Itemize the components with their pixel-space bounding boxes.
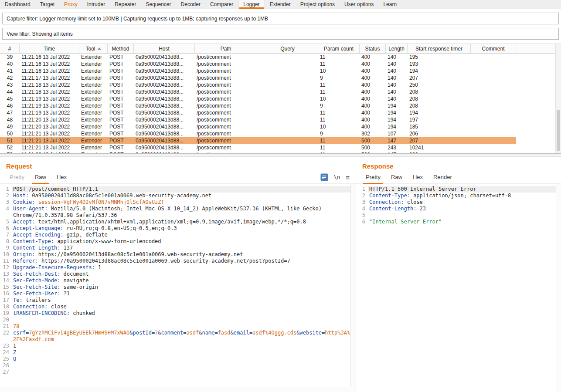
column-header-num[interactable]: #	[0, 44, 20, 53]
line-content[interactable]: 1	[12, 343, 350, 349]
response-vertical-scrollbar[interactable]	[556, 184, 561, 392]
table-row[interactable]: 5111:21:21 13 Jul 2022ExtenderPOST0a9500…	[0, 137, 516, 144]
column-header-param-count[interactable]: Param count	[318, 44, 360, 53]
code-line[interactable]: 2Host: 0a9500020413d88ac08c5c1e001a0069.…	[0, 193, 350, 199]
code-line[interactable]: 14Sec-Fetch-Mode: navigate	[0, 277, 350, 284]
word-wrap-icon[interactable]	[320, 173, 328, 181]
panel-menu-icon[interactable]: ≡	[346, 174, 350, 181]
line-content[interactable]: Host: 0a9500020413d88ac08c5c1e001a0069.w…	[12, 193, 350, 199]
line-content[interactable]: Sec-Fetch-Mode: navigate	[12, 277, 350, 284]
line-content[interactable]: Sec-Fetch-Site: same-origin	[12, 284, 350, 291]
code-line[interactable]: 9Content-Length: 137	[0, 245, 350, 251]
table-row[interactable]: 3911:21:16 13 Jul 2022ExtenderPOST0a9500…	[0, 54, 516, 61]
request-horizontal-scrollbar[interactable]	[0, 387, 356, 392]
table-row[interactable]: 4911:21:20 13 Jul 2022ExtenderPOST0a9500…	[0, 123, 516, 130]
menu-tab-target[interactable]: Target	[35, 0, 59, 9]
table-row[interactable]: 4111:21:16 13 Jul 2022ExtenderPOST0a9500…	[0, 68, 516, 74]
line-content[interactable]: Content-Type: application/x-www-form-url…	[12, 238, 350, 245]
table-vertical-scrollbar[interactable]	[555, 44, 561, 153]
line-content[interactable]: POST /post/comment HTTP/1.1	[12, 186, 350, 193]
menu-tab-extender[interactable]: Extender	[265, 0, 296, 9]
menu-tab-user-options[interactable]: User options	[340, 0, 378, 9]
table-row[interactable]: 5211:21:21 13 Jul 2022ExtenderPOST0a9500…	[0, 144, 516, 151]
code-line[interactable]: 24Z	[0, 349, 350, 356]
code-line[interactable]: 4User-Agent: Mozilla/5.0 (Macintosh; Int…	[0, 206, 350, 219]
code-line[interactable]: 231	[0, 343, 350, 349]
code-line[interactable]: 19tRANSFER-ENCODING: chunked	[0, 310, 350, 317]
line-content[interactable]: Q	[12, 356, 350, 362]
column-header-time[interactable]: Time	[20, 44, 79, 53]
menu-tab-decoder[interactable]: Decoder	[176, 0, 205, 9]
line-content[interactable]: Accept: text/html,application/xhtml+xml,…	[12, 219, 350, 225]
line-content[interactable]: Origin: https://0a9500020413d88ac08c5c1e…	[12, 251, 350, 258]
capture-filter-bar[interactable]: Capture filter: Logger memory limit set …	[2, 13, 559, 24]
menu-tab-proxy[interactable]: Proxy	[59, 0, 82, 9]
line-content[interactable]: Z	[12, 349, 350, 356]
request-vertical-scrollbar[interactable]	[350, 184, 356, 387]
request-tab-raw[interactable]: Raw	[30, 171, 51, 184]
column-header-status[interactable]: Status	[360, 44, 386, 53]
code-line[interactable]: 26	[0, 362, 350, 369]
response-tab-pretty[interactable]: Pretty	[360, 171, 386, 184]
line-content[interactable]: Sec-Fetch-Dest: document	[12, 271, 350, 277]
menu-tab-intruder[interactable]: Intruder	[82, 0, 110, 9]
code-line[interactable]: 22csrf=7gYzhMCiFvi4gBEyUEEk7HmHSHM7xWAO&…	[0, 330, 350, 343]
line-content[interactable]	[12, 362, 350, 369]
code-line[interactable]: 8Content-Type: application/x-www-form-ur…	[0, 238, 350, 245]
code-line[interactable]: 2178	[0, 323, 350, 330]
code-line[interactable]: 27	[0, 369, 350, 375]
scrollbar-thumb[interactable]	[557, 110, 560, 151]
menu-tab-sequencer[interactable]: Sequencer	[141, 0, 176, 9]
column-header-query[interactable]: Query	[257, 44, 318, 53]
code-line[interactable]: 3Cookie: session=VgFWy4D2vMfON7vMNMhjQlS…	[0, 199, 350, 206]
code-line[interactable]: 11Referer: https://0a9500020413d88ac08c5…	[0, 258, 350, 264]
line-content[interactable]: Sec-Fetch-User: ?1	[12, 291, 350, 297]
table-row[interactable]: 4311:21:18 13 Jul 2022ExtenderPOST0a9500…	[0, 81, 516, 88]
table-row[interactable]: 4811:21:20 13 Jul 2022ExtenderPOST0a9500…	[0, 116, 516, 123]
code-line[interactable]: 25Q	[0, 356, 350, 362]
table-row[interactable]: 4511:21:19 13 Jul 2022ExtenderPOST0a9500…	[0, 95, 516, 102]
table-row[interactable]: 4611:21:19 13 Jul 2022ExtenderPOST0a9500…	[0, 102, 516, 109]
line-content[interactable]	[12, 369, 350, 375]
view-filter-bar[interactable]: View filter: Showing all items	[2, 28, 559, 40]
response-tab-hex[interactable]: Hex	[408, 171, 428, 184]
line-content[interactable]: Content-Length: 137	[12, 245, 350, 251]
response-viewer[interactable]: 1HTTP/1.1 500 Internal Server Error2Cont…	[356, 184, 561, 392]
code-line[interactable]: 20	[0, 317, 350, 323]
column-header-comment[interactable]: Comment	[471, 44, 516, 53]
line-content[interactable]: csrf=7gYzhMCiFvi4gBEyUEEk7HmHSHM7xWAO&po…	[12, 330, 350, 343]
table-row[interactable]: 5311:21:22 13 Jul 2022ExtenderPOST0a9500…	[0, 151, 516, 153]
menu-tab-project-options[interactable]: Project options	[296, 0, 340, 9]
line-content[interactable]	[12, 317, 350, 323]
column-header-path[interactable]: Path	[195, 44, 257, 53]
line-content[interactable]: Accept-Encoding: gzip, deflate	[12, 232, 350, 238]
table-row[interactable]: 5011:21:21 13 Jul 2022ExtenderPOST0a9500…	[0, 130, 516, 137]
line-content[interactable]: tRANSFER-ENCODING: chunked	[12, 310, 350, 317]
column-header-tool[interactable]: Tool	[79, 44, 108, 53]
line-content[interactable]: 78	[12, 323, 350, 330]
line-content[interactable]: Referer: https://0a9500020413d88ac08c5c1…	[12, 258, 350, 264]
request-code[interactable]: 1POST /post/comment HTTP/1.12Host: 0a950…	[0, 184, 350, 387]
code-line[interactable]: 12Upgrade-Insecure-Requests: 1	[0, 264, 350, 271]
column-header-length[interactable]: Length	[386, 44, 408, 53]
request-tab-hex[interactable]: Hex	[51, 171, 72, 184]
table-row[interactable]: 4411:21:18 13 Jul 2022ExtenderPOST0a9500…	[0, 88, 516, 95]
column-header-host[interactable]: Host	[134, 44, 195, 53]
line-content[interactable]: Connection: close	[12, 304, 350, 310]
code-line[interactable]: 6Accept-Language: ru-RU,ru;q=0.8,en-US;q…	[0, 225, 350, 232]
line-content[interactable]: User-Agent: Mozilla/5.0 (Macintosh; Inte…	[12, 206, 350, 219]
code-line[interactable]: 17Te: trailers	[0, 297, 350, 304]
code-line[interactable]: 1POST /post/comment HTTP/1.1	[0, 186, 350, 193]
menu-tab-logger[interactable]: Logger	[238, 0, 265, 9]
line-content[interactable]: Te: trailers	[12, 297, 350, 304]
column-header-start-response-timer[interactable]: Start response timer	[408, 44, 471, 53]
line-content[interactable]: Upgrade-Insecure-Requests: 1	[12, 264, 350, 271]
code-line[interactable]: 18Connection: close	[0, 304, 350, 310]
horizontal-splitter[interactable]	[0, 153, 561, 157]
code-line[interactable]: 10Origin: https://0a9500020413d88ac08c5c…	[0, 251, 350, 258]
menu-tab-comparer[interactable]: Comparer	[205, 0, 238, 9]
menu-tab-learn[interactable]: Learn	[378, 0, 401, 9]
code-line[interactable]: 15Sec-Fetch-Site: same-origin	[0, 284, 350, 291]
table-row[interactable]: 4211:21:17 13 Jul 2022ExtenderPOST0a9500…	[0, 74, 516, 81]
newline-toggle-icon[interactable]: \n	[334, 174, 340, 180]
